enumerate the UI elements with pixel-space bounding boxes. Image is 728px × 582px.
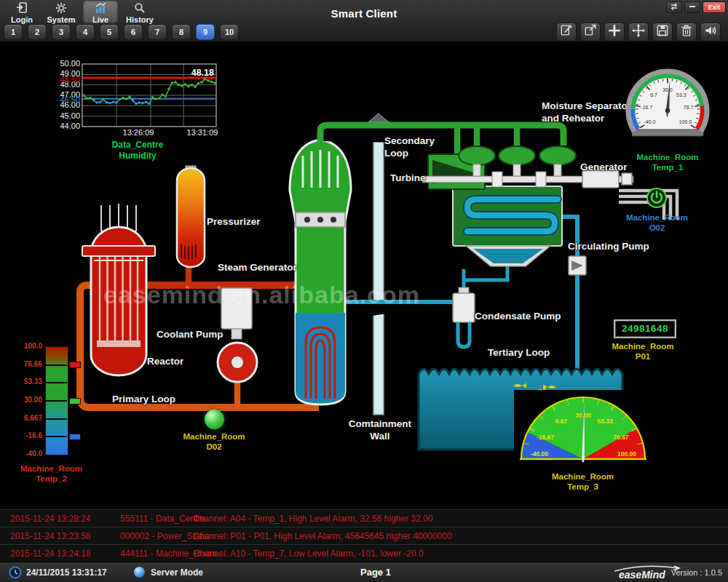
label-pressurizer: Pressurizer — [207, 216, 261, 228]
temp2-marker — [69, 362, 81, 368]
d02-led-label: Machine_RoomD02 — [178, 432, 250, 453]
label-turbine: Turbine — [390, 172, 426, 185]
label-reactor: Reactor — [147, 356, 183, 368]
trend-y-tick: 44.00 — [55, 121, 80, 130]
temp2-scale-tick: 30.00 — [13, 396, 42, 404]
temp2-bar-label: Machine_RoomTemp_2 — [13, 464, 90, 485]
exit-button[interactable]: Exit — [703, 1, 726, 13]
svg-text:76.67: 76.67 — [613, 434, 629, 441]
page-tabs: 1 2 3 4 5 6 7 8 9 10 — [4, 24, 239, 40]
label-tertiary-loop: Tertiary Loop — [488, 347, 550, 359]
coolant-pump-shape — [218, 288, 257, 382]
alarm-row[interactable]: 2015-11-24 13:23:58000002 - Power_Statio… — [0, 527, 728, 545]
volume-button[interactable] — [700, 23, 721, 41]
condenser — [453, 186, 562, 266]
svg-text:76.7: 76.7 — [684, 105, 694, 110]
p01-digital-display: 24981648 — [614, 319, 676, 338]
easemind-logo-text: easeMind — [619, 569, 665, 581]
trend-x-tick-start: 13:26:09 — [109, 128, 167, 137]
page-tab-6[interactable]: 6 — [124, 24, 143, 40]
edit-page-icon — [559, 23, 574, 41]
clock-icon — [9, 566, 22, 579]
alarm-row[interactable]: 2015-11-24 13:28:24555111 - Data_CentreC… — [0, 509, 728, 527]
save-icon — [655, 23, 670, 41]
temp2-scale-tick: 53.33 — [13, 378, 42, 386]
page-tab-7[interactable]: 7 — [148, 24, 167, 40]
steam-generator-vessel — [290, 140, 351, 404]
circulating-pump-shape — [569, 256, 586, 275]
page-tab-9[interactable]: 9 — [196, 24, 215, 40]
o02-switch-label: Machine_RoomO02 — [615, 213, 699, 234]
save-button[interactable] — [652, 23, 673, 41]
condensate-pump-shape — [453, 287, 475, 322]
trash-icon — [679, 23, 694, 41]
temp3-gauge: -40.00-16.676.6730.0053.3376.67100.00 — [514, 390, 652, 463]
trend-current-value: 48.18 — [191, 68, 214, 78]
minimize-button[interactable] — [684, 1, 700, 13]
svg-text:30.0: 30.0 — [662, 87, 673, 92]
page-tab-4[interactable]: 4 — [76, 24, 95, 40]
move-button[interactable] — [628, 23, 649, 41]
add-button[interactable] — [604, 23, 625, 41]
export-button[interactable] — [580, 23, 601, 41]
pressurizer-vessel — [177, 166, 205, 267]
svg-text:-16.7: -16.7 — [641, 105, 652, 110]
page-tab-5[interactable]: 5 — [100, 24, 119, 40]
svg-text:30.00: 30.00 — [575, 412, 591, 419]
label-circulating-pump: Circulating Pump — [568, 241, 649, 253]
page-tab-10[interactable]: 10 — [220, 24, 239, 40]
temp2-scale-tick: 100.0 — [13, 342, 42, 350]
status-datetime: 24/11/2015 13:31:17 — [26, 567, 107, 578]
add-icon — [607, 23, 622, 41]
delete-button[interactable] — [676, 23, 697, 41]
alarm-list: 2015-11-24 13:28:24555111 - Data_CentreC… — [0, 509, 728, 562]
humidity-trend-chart: 50.0049.0048.0047.0046.0045.0044.0048.50… — [55, 62, 220, 165]
alarm-time: 2015-11-24 13:23:58 — [10, 527, 91, 545]
alarm-row[interactable]: 2015-11-24 13:24:18444111 - Machine_Room… — [0, 544, 728, 562]
minimize-icon — [689, 3, 696, 12]
temp2-marker — [69, 434, 81, 440]
svg-text:-40.00: -40.00 — [531, 450, 548, 458]
p01-display-label: Machine_RoomP01 — [606, 342, 679, 362]
page-tab-8[interactable]: 8 — [172, 24, 191, 40]
label-steam-generator: Steam Generator — [218, 262, 297, 274]
top-toolbar: Login System Live History Smar — [0, 0, 728, 41]
trend-x-tick-end: 13:31:09 — [173, 128, 232, 137]
window-title: Smart Client — [0, 7, 728, 20]
switch-screen-button[interactable] — [666, 1, 682, 13]
svg-text:100.0: 100.0 — [679, 119, 692, 124]
page-tab-3[interactable]: 3 — [52, 24, 71, 40]
o02-power-switch[interactable] — [645, 187, 668, 210]
smart-client-window: Login System Live History Smar — [0, 0, 728, 582]
temp1-gauge-label: Machine_RoomTemp_1 — [622, 153, 713, 173]
temp2-bar-gauge: 100.076.6653.3330.006.667-16.6-40.0 Mach… — [13, 342, 95, 495]
window-controls: Exit — [666, 1, 726, 13]
switch-screen-icon — [670, 3, 678, 12]
temp2-scale-tick: 76.66 — [13, 360, 42, 368]
trend-title-line1: Data_Centre — [55, 140, 220, 150]
label-coolant-pump: Coolant Pump — [157, 329, 223, 341]
export-icon — [583, 23, 598, 41]
temp3-gauge-label: Machine_RoomTemp_3 — [537, 472, 628, 493]
page-tab-1[interactable]: 1 — [4, 24, 23, 40]
edit-toolbar — [556, 23, 721, 41]
trend-y-tick: 46.50 — [55, 95, 80, 104]
trend-y-tick: 48.50 — [55, 75, 80, 84]
temp2-scale-tick: -16.6 — [13, 431, 42, 439]
svg-text:-16.67: -16.67 — [537, 434, 554, 441]
label-condensate-pump: Condensate Pump — [475, 311, 561, 323]
alarm-time: 2015-11-24 13:28:24 — [10, 510, 91, 527]
d02-led-indicator — [205, 410, 224, 429]
edit-page-button[interactable] — [556, 23, 577, 41]
server-mode-icon — [134, 567, 145, 578]
svg-text:-40.0: -40.0 — [644, 119, 655, 124]
server-mode-label: Server Mode — [151, 567, 203, 578]
alarm-time: 2015-11-24 13:24:18 — [10, 545, 91, 562]
label-containment-wall: Comtainment Wall — [347, 418, 414, 443]
page-tab-2[interactable]: 2 — [28, 24, 47, 40]
svg-text:6.7: 6.7 — [650, 92, 657, 97]
label-secondary-loop: Secondary Loop — [384, 135, 446, 160]
label-primary-loop: Primary Loop — [112, 394, 175, 406]
svg-text:53.33: 53.33 — [597, 418, 613, 425]
temp2-scale-tick: -40.0 — [13, 450, 42, 458]
